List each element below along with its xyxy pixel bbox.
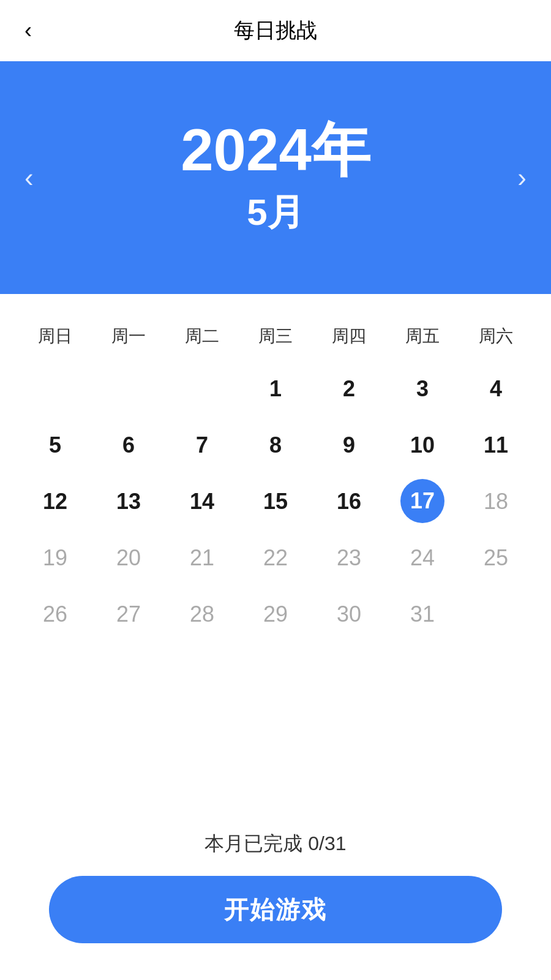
days-grid: 1234567891011121314151617181920212223242… <box>18 366 533 637</box>
header: ‹ 每日挑战 <box>0 0 551 61</box>
day-cell[interactable]: 1 <box>239 366 312 412</box>
day-cell[interactable]: 11 <box>459 423 533 468</box>
day-cell[interactable]: 15 <box>239 479 312 524</box>
day-cell[interactable]: 9 <box>312 423 386 468</box>
day-cell: 26 <box>18 592 92 637</box>
day-cell <box>459 592 533 637</box>
day-cell[interactable]: 16 <box>312 479 386 524</box>
day-cell[interactable]: 5 <box>18 423 92 468</box>
day-cell: 29 <box>239 592 312 637</box>
day-cell[interactable]: 14 <box>165 479 239 524</box>
day-cell[interactable]: 4 <box>459 366 533 412</box>
day-cell[interactable]: 2 <box>312 366 386 412</box>
day-cell[interactable]: 8 <box>239 423 312 468</box>
weekday-thu: 周四 <box>312 318 386 354</box>
day-cell: 20 <box>92 535 165 581</box>
back-button[interactable]: ‹ <box>24 18 32 43</box>
month-year-display: 2024年 5月 <box>181 118 370 238</box>
day-cell: 22 <box>239 535 312 581</box>
day-cell: 23 <box>312 535 386 581</box>
weekday-mon: 周一 <box>92 318 165 354</box>
weekday-sun: 周日 <box>18 318 92 354</box>
calendar: 周日 周一 周二 周三 周四 周五 周六 1234567891011121314… <box>0 294 551 812</box>
day-cell: 31 <box>386 592 459 637</box>
day-cell[interactable]: 12 <box>18 479 92 524</box>
day-cell: 27 <box>92 592 165 637</box>
day-cell[interactable]: 3 <box>386 366 459 412</box>
day-cell: 28 <box>165 592 239 637</box>
day-cell[interactable]: 6 <box>92 423 165 468</box>
day-cell[interactable]: 17 <box>400 479 444 523</box>
day-cell[interactable]: 10 <box>386 423 459 468</box>
completion-text: 本月已完成 0/31 <box>204 831 346 858</box>
weekday-fri: 周五 <box>386 318 459 354</box>
day-cell: 19 <box>18 535 92 581</box>
day-cell[interactable]: 7 <box>165 423 239 468</box>
day-cell: 24 <box>386 535 459 581</box>
day-cell: 25 <box>459 535 533 581</box>
day-cell <box>165 366 239 412</box>
month-display: 5月 <box>181 188 370 238</box>
weekday-sat: 周六 <box>459 318 533 354</box>
day-cell[interactable]: 13 <box>92 479 165 524</box>
day-cell <box>18 366 92 412</box>
start-game-button[interactable]: 开始游戏 <box>49 876 502 943</box>
day-cell: 30 <box>312 592 386 637</box>
weekday-row: 周日 周一 周二 周三 周四 周五 周六 <box>18 306 533 360</box>
year-display: 2024年 <box>181 118 370 183</box>
weekday-wed: 周三 <box>239 318 312 354</box>
next-month-button[interactable]: › <box>505 150 539 205</box>
month-banner: ‹ 2024年 5月 › <box>0 61 551 294</box>
day-cell: 18 <box>459 479 533 524</box>
bottom-section: 本月已完成 0/31 开始游戏 <box>0 812 551 980</box>
day-cell: 21 <box>165 535 239 581</box>
weekday-tue: 周二 <box>165 318 239 354</box>
day-cell <box>92 366 165 412</box>
page-title: 每日挑战 <box>234 17 317 45</box>
prev-month-button[interactable]: ‹ <box>12 150 46 205</box>
